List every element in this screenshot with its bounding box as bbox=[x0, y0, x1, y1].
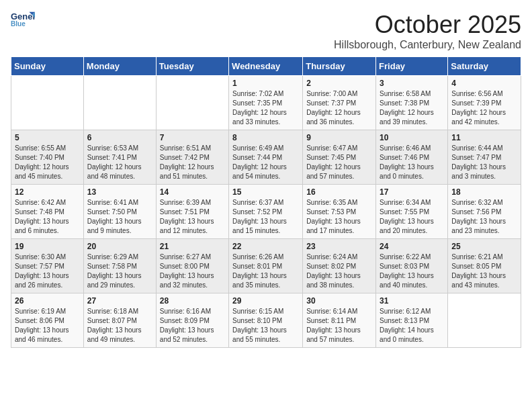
col-friday: Friday bbox=[376, 57, 448, 76]
day-number: 25 bbox=[451, 242, 517, 251]
day-cell: 26Sunrise: 6:19 AMSunset: 8:06 PMDayligh… bbox=[11, 293, 84, 348]
day-number: 2 bbox=[306, 79, 372, 88]
day-cell: 14Sunrise: 6:39 AMSunset: 7:51 PMDayligh… bbox=[156, 185, 228, 239]
day-info: Sunrise: 6:41 AMSunset: 7:50 PMDaylight:… bbox=[87, 199, 142, 234]
day-info: Sunrise: 6:34 AMSunset: 7:55 PMDaylight:… bbox=[380, 199, 434, 234]
day-number: 29 bbox=[232, 296, 299, 306]
logo-icon: General Blue bbox=[11, 11, 35, 30]
day-cell: 5Sunrise: 6:55 AMSunset: 7:40 PMDaylight… bbox=[11, 130, 84, 185]
col-monday: Monday bbox=[83, 57, 156, 76]
day-cell: 4Sunrise: 6:56 AMSunset: 7:39 PMDaylight… bbox=[448, 76, 521, 130]
day-info: Sunrise: 6:21 AMSunset: 8:05 PMDaylight:… bbox=[451, 253, 506, 289]
day-info: Sunrise: 6:18 AMSunset: 8:07 PMDaylight:… bbox=[87, 308, 142, 343]
day-number: 11 bbox=[451, 133, 517, 142]
day-number: 12 bbox=[15, 187, 80, 197]
day-info: Sunrise: 6:12 AMSunset: 8:13 PMDaylight:… bbox=[380, 308, 434, 343]
day-info: Sunrise: 6:42 AMSunset: 7:48 PMDaylight:… bbox=[15, 199, 69, 234]
day-number: 6 bbox=[87, 133, 152, 142]
day-number: 4 bbox=[451, 79, 517, 88]
day-cell: 3Sunrise: 6:58 AMSunset: 7:38 PMDaylight… bbox=[376, 76, 448, 130]
day-number: 24 bbox=[380, 242, 444, 251]
calendar-table: Sunday Monday Tuesday Wednesday Thursday… bbox=[11, 56, 521, 348]
col-tuesday: Tuesday bbox=[156, 57, 228, 76]
col-saturday: Saturday bbox=[448, 57, 521, 76]
day-number: 14 bbox=[160, 187, 225, 197]
day-info: Sunrise: 6:51 AMSunset: 7:42 PMDaylight:… bbox=[160, 144, 214, 180]
day-cell: 20Sunrise: 6:29 AMSunset: 7:58 PMDayligh… bbox=[83, 239, 156, 293]
day-info: Sunrise: 6:44 AMSunset: 7:47 PMDaylight:… bbox=[451, 144, 506, 180]
day-info: Sunrise: 6:27 AMSunset: 8:00 PMDaylight:… bbox=[160, 253, 214, 289]
day-cell bbox=[83, 76, 156, 130]
svg-text:Blue: Blue bbox=[11, 20, 26, 28]
day-number: 15 bbox=[232, 187, 299, 197]
day-number: 27 bbox=[87, 296, 152, 306]
day-info: Sunrise: 6:53 AMSunset: 7:41 PMDaylight:… bbox=[87, 144, 142, 180]
day-number: 21 bbox=[160, 242, 225, 251]
day-cell bbox=[11, 76, 84, 130]
day-info: Sunrise: 6:32 AMSunset: 7:56 PMDaylight:… bbox=[451, 199, 506, 234]
day-cell: 24Sunrise: 6:22 AMSunset: 8:03 PMDayligh… bbox=[376, 239, 448, 293]
day-info: Sunrise: 6:22 AMSunset: 8:03 PMDaylight:… bbox=[380, 253, 434, 289]
day-number: 28 bbox=[160, 296, 225, 306]
day-cell: 1Sunrise: 7:02 AMSunset: 7:35 PMDaylight… bbox=[229, 76, 303, 130]
day-cell: 17Sunrise: 6:34 AMSunset: 7:55 PMDayligh… bbox=[376, 185, 448, 239]
logo: General Blue bbox=[11, 11, 35, 30]
calendar-subtitle: Hillsborough, Canterbury, New Zealand bbox=[334, 39, 521, 51]
day-cell: 31Sunrise: 6:12 AMSunset: 8:13 PMDayligh… bbox=[376, 293, 448, 348]
day-number: 18 bbox=[451, 187, 517, 197]
day-cell: 16Sunrise: 6:35 AMSunset: 7:53 PMDayligh… bbox=[303, 185, 376, 239]
day-cell: 19Sunrise: 6:30 AMSunset: 7:57 PMDayligh… bbox=[11, 239, 84, 293]
day-info: Sunrise: 6:16 AMSunset: 8:09 PMDaylight:… bbox=[160, 308, 214, 343]
day-number: 16 bbox=[306, 187, 372, 197]
day-number: 17 bbox=[380, 187, 444, 197]
calendar-title: October 2025 bbox=[334, 11, 521, 39]
day-cell: 29Sunrise: 6:15 AMSunset: 8:10 PMDayligh… bbox=[229, 293, 303, 348]
day-cell bbox=[448, 293, 521, 348]
day-cell: 13Sunrise: 6:41 AMSunset: 7:50 PMDayligh… bbox=[83, 185, 156, 239]
day-cell: 18Sunrise: 6:32 AMSunset: 7:56 PMDayligh… bbox=[448, 185, 521, 239]
day-info: Sunrise: 6:15 AMSunset: 8:10 PMDaylight:… bbox=[232, 308, 287, 343]
day-info: Sunrise: 6:37 AMSunset: 7:52 PMDaylight:… bbox=[232, 199, 287, 234]
day-info: Sunrise: 6:56 AMSunset: 7:39 PMDaylight:… bbox=[451, 90, 506, 126]
day-info: Sunrise: 6:39 AMSunset: 7:51 PMDaylight:… bbox=[160, 199, 214, 234]
day-info: Sunrise: 6:24 AMSunset: 8:02 PMDaylight:… bbox=[306, 253, 361, 289]
day-info: Sunrise: 6:30 AMSunset: 7:57 PMDaylight:… bbox=[15, 253, 69, 289]
week-row-1: 1Sunrise: 7:02 AMSunset: 7:35 PMDaylight… bbox=[11, 76, 521, 130]
day-cell: 7Sunrise: 6:51 AMSunset: 7:42 PMDaylight… bbox=[156, 130, 228, 185]
page-header: General Blue October 2025 Hillsborough, … bbox=[11, 11, 521, 51]
day-cell: 6Sunrise: 6:53 AMSunset: 7:41 PMDaylight… bbox=[83, 130, 156, 185]
day-number: 26 bbox=[15, 296, 80, 306]
week-row-4: 19Sunrise: 6:30 AMSunset: 7:57 PMDayligh… bbox=[11, 239, 521, 293]
day-number: 23 bbox=[306, 242, 372, 251]
day-cell: 8Sunrise: 6:49 AMSunset: 7:44 PMDaylight… bbox=[229, 130, 303, 185]
day-number: 10 bbox=[380, 133, 444, 142]
day-cell: 22Sunrise: 6:26 AMSunset: 8:01 PMDayligh… bbox=[229, 239, 303, 293]
title-area: October 2025 Hillsborough, Canterbury, N… bbox=[334, 11, 521, 51]
day-info: Sunrise: 6:46 AMSunset: 7:46 PMDaylight:… bbox=[380, 144, 434, 180]
day-cell: 28Sunrise: 6:16 AMSunset: 8:09 PMDayligh… bbox=[156, 293, 228, 348]
day-info: Sunrise: 6:35 AMSunset: 7:53 PMDaylight:… bbox=[306, 199, 361, 234]
day-number: 20 bbox=[87, 242, 152, 251]
day-info: Sunrise: 7:00 AMSunset: 7:37 PMDaylight:… bbox=[306, 90, 361, 126]
day-info: Sunrise: 6:26 AMSunset: 8:01 PMDaylight:… bbox=[232, 253, 287, 289]
day-number: 7 bbox=[160, 133, 225, 142]
day-info: Sunrise: 6:47 AMSunset: 7:45 PMDaylight:… bbox=[306, 144, 361, 180]
day-info: Sunrise: 6:14 AMSunset: 8:11 PMDaylight:… bbox=[306, 308, 361, 343]
header-row: Sunday Monday Tuesday Wednesday Thursday… bbox=[11, 57, 521, 76]
day-cell: 2Sunrise: 7:00 AMSunset: 7:37 PMDaylight… bbox=[303, 76, 376, 130]
day-cell: 9Sunrise: 6:47 AMSunset: 7:45 PMDaylight… bbox=[303, 130, 376, 185]
day-cell: 25Sunrise: 6:21 AMSunset: 8:05 PMDayligh… bbox=[448, 239, 521, 293]
day-info: Sunrise: 6:58 AMSunset: 7:38 PMDaylight:… bbox=[380, 90, 434, 126]
day-cell: 12Sunrise: 6:42 AMSunset: 7:48 PMDayligh… bbox=[11, 185, 84, 239]
day-cell: 15Sunrise: 6:37 AMSunset: 7:52 PMDayligh… bbox=[229, 185, 303, 239]
day-number: 31 bbox=[380, 296, 444, 306]
col-thursday: Thursday bbox=[303, 57, 376, 76]
day-cell: 11Sunrise: 6:44 AMSunset: 7:47 PMDayligh… bbox=[448, 130, 521, 185]
week-row-3: 12Sunrise: 6:42 AMSunset: 7:48 PMDayligh… bbox=[11, 185, 521, 239]
day-cell: 21Sunrise: 6:27 AMSunset: 8:00 PMDayligh… bbox=[156, 239, 228, 293]
week-row-5: 26Sunrise: 6:19 AMSunset: 8:06 PMDayligh… bbox=[11, 293, 521, 348]
day-info: Sunrise: 6:49 AMSunset: 7:44 PMDaylight:… bbox=[232, 144, 287, 180]
day-cell: 10Sunrise: 6:46 AMSunset: 7:46 PMDayligh… bbox=[376, 130, 448, 185]
col-sunday: Sunday bbox=[11, 57, 84, 76]
day-cell: 30Sunrise: 6:14 AMSunset: 8:11 PMDayligh… bbox=[303, 293, 376, 348]
